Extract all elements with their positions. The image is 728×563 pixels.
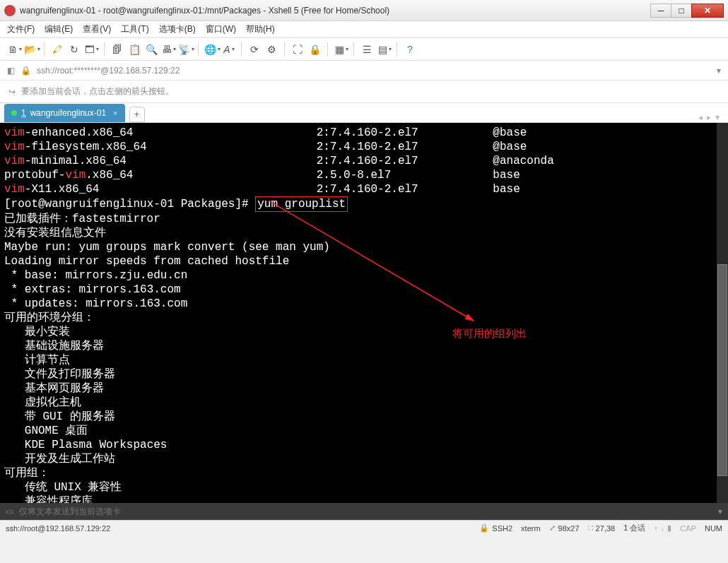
separator <box>284 42 285 57</box>
search-icon[interactable]: 🔍 <box>144 42 158 57</box>
menu-window[interactable]: 窗口(W) <box>206 23 236 35</box>
bar-icon[interactable]: ▮ <box>667 523 671 533</box>
session-tab[interactable]: 1 wangruifenglinux-01 × <box>4 104 125 122</box>
address-dropdown-icon[interactable]: ▾ <box>717 66 721 76</box>
terminal[interactable]: vim-enhanced.x86_64 2:7.4.160-2.el7 @bas… <box>0 123 728 503</box>
tab-nav: ◂ ▸ ▾ <box>694 112 724 122</box>
copy-icon[interactable]: 🗐 <box>110 42 124 57</box>
broadcast-icon[interactable]: 📡 <box>178 42 192 57</box>
address-bar: ◧ 🔒 ssh://root:********@192.168.57.129:2… <box>0 61 728 81</box>
status-pos: 27,38 <box>596 524 616 533</box>
terminal-scrollbar[interactable] <box>717 123 728 503</box>
separator <box>327 42 328 57</box>
list-icon[interactable]: ☰ <box>360 42 374 57</box>
font-icon[interactable]: A <box>221 42 235 57</box>
hint-bar: ↪ 要添加当前会话，点击左侧的箭头按钮。 <box>0 81 728 103</box>
menu-tabs[interactable]: 选项卡(B) <box>159 23 196 35</box>
status-connection: ssh://root@192.168.57.129:22 <box>6 524 110 533</box>
status-term: xterm <box>521 524 541 533</box>
send-input[interactable] <box>19 506 712 516</box>
globe-icon[interactable]: 🌐 <box>204 42 218 57</box>
separator <box>241 42 242 57</box>
fullscreen-icon[interactable]: ⛶ <box>290 42 305 57</box>
app-icon <box>4 5 16 16</box>
separator <box>397 42 397 57</box>
grid-icon[interactable]: ▤ <box>377 42 391 57</box>
menu-edit[interactable]: 编辑(E) <box>45 23 73 35</box>
tab-prev-icon[interactable]: ◂ <box>698 112 703 122</box>
window-buttons <box>651 4 724 18</box>
send-menu-icon[interactable]: ▾ <box>718 506 722 516</box>
maximize-button[interactable] <box>671 4 692 18</box>
properties-icon[interactable]: 🗔 <box>84 42 98 57</box>
new-session-icon[interactable]: 🗎 <box>7 42 21 57</box>
lock-icon: 🔒 <box>20 66 31 76</box>
menu-file[interactable]: 文件(F) <box>7 23 35 35</box>
open-folder-icon[interactable]: 📂 <box>24 42 38 57</box>
hint-text: 要添加当前会话，点击左侧的箭头按钮。 <box>21 85 174 97</box>
annotation-text: 将可用的组列出 <box>452 326 527 340</box>
addr-tab-icon[interactable]: ◧ <box>7 66 15 76</box>
titlebar: wangruifenglinux-01 - root@wangruifengli… <box>0 0 728 21</box>
lock-icon: 🔒 <box>479 523 489 533</box>
down-arrow-icon[interactable]: ↓ <box>661 524 665 533</box>
tab-next-icon[interactable]: ▸ <box>707 112 711 122</box>
send-target-icon[interactable]: ▭ <box>6 506 13 516</box>
lock-icon[interactable]: 🔒 <box>307 42 322 57</box>
separator <box>44 42 45 57</box>
hint-arrow-icon[interactable]: ↪ <box>8 87 16 97</box>
separator <box>104 42 105 57</box>
highlight-icon[interactable]: 🖍 <box>50 42 64 57</box>
status-cap: CAP <box>680 524 696 533</box>
status-size: 98x27 <box>558 524 580 533</box>
status-dot-icon <box>11 110 17 116</box>
menu-tools[interactable]: 工具(T) <box>121 23 148 35</box>
up-arrow-icon[interactable]: ↑ <box>654 524 658 533</box>
print-icon[interactable]: 🖶 <box>161 42 175 57</box>
status-num: NUM <box>705 524 722 533</box>
help-icon[interactable]: ? <box>403 42 417 57</box>
tab-number: 1 <box>21 108 26 118</box>
tab-label: wangruifenglinux-01 <box>30 108 106 118</box>
status-bar: ssh://root@192.168.57.129:22 🔒SSH2 xterm… <box>0 520 728 535</box>
tab-close-icon[interactable]: × <box>113 109 117 117</box>
close-button[interactable] <box>691 4 724 18</box>
tab-menu-icon[interactable]: ▾ <box>715 112 720 122</box>
add-tab-button[interactable]: + <box>129 107 145 122</box>
menu-help[interactable]: 帮助(H) <box>246 23 275 35</box>
layout-icon[interactable]: ▦ <box>334 42 348 57</box>
menubar: 文件(F) 编辑(E) 查看(V) 工具(T) 选项卡(B) 窗口(W) 帮助(… <box>0 21 728 38</box>
status-sessions: 1 会话 <box>623 523 645 533</box>
paste-icon[interactable]: 📋 <box>127 42 141 57</box>
window-title: wangruifenglinux-01 - root@wangruifengli… <box>20 6 651 16</box>
minimize-button[interactable] <box>650 4 671 18</box>
send-bar: ▭ ▾ <box>0 503 728 520</box>
separator <box>353 42 354 57</box>
reconnect-icon[interactable]: ↻ <box>67 42 81 57</box>
toolbar: 🗎 📂 🖍 ↻ 🗔 🗐 📋 🔍 🖶 📡 🌐 A ⟳ ⚙ ⛶ 🔒 ▦ ☰ ▤ ? <box>0 38 728 61</box>
address-url[interactable]: ssh://root:********@192.168.57.129:22 <box>37 66 711 76</box>
pos-icon: ⸬ <box>588 523 593 533</box>
size-icon: ⤢ <box>549 523 556 533</box>
script-icon[interactable]: ⚙ <box>264 42 278 57</box>
separator <box>198 42 199 57</box>
tab-row: 1 wangruifenglinux-01 × + ◂ ▸ ▾ <box>0 103 728 123</box>
menu-view[interactable]: 查看(V) <box>83 23 111 35</box>
transfer-icon[interactable]: ⟳ <box>247 42 262 57</box>
status-ssh: SSH2 <box>492 524 512 533</box>
